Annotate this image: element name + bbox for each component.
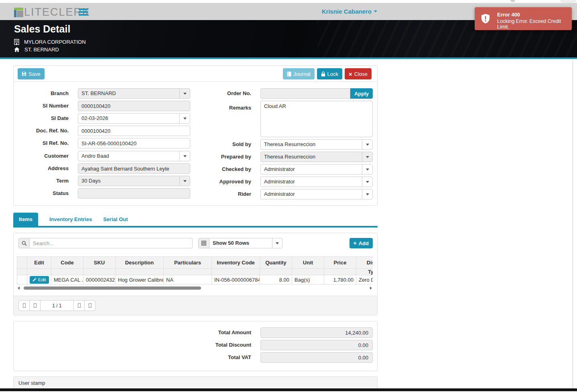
doc-ref-input[interactable] bbox=[78, 126, 190, 136]
last-page-icon bbox=[89, 303, 91, 308]
rider-select[interactable]: Administrator bbox=[260, 189, 373, 199]
table-icon-addon bbox=[198, 238, 209, 248]
total-amount-label: Total Amount bbox=[200, 329, 251, 335]
toast-message: Locking Error. Exceed Credit Limit. bbox=[497, 18, 572, 30]
scrollbar-thumb[interactable] bbox=[24, 286, 201, 290]
pager-first-button[interactable] bbox=[18, 300, 30, 311]
col-handle bbox=[17, 257, 27, 269]
customer-value: Andro Baad bbox=[81, 151, 187, 161]
checked-by-value: Administrator bbox=[264, 165, 369, 174]
tab-items[interactable]: Items bbox=[13, 213, 38, 226]
prev-page-icon bbox=[34, 303, 37, 308]
error-toast[interactable]: Error 400 Locking Error. Exceed Credit L… bbox=[475, 7, 572, 30]
total-amount-field bbox=[260, 327, 373, 338]
detail-tabs: Items Inventory Entries Serial Out bbox=[13, 213, 128, 226]
lock-icon bbox=[321, 71, 325, 77]
rider-value: Administrator bbox=[264, 189, 369, 199]
page-size-group: Show 50 Rows bbox=[198, 238, 282, 248]
chevron-down-icon[interactable] bbox=[362, 140, 372, 149]
apply-button[interactable]: Apply bbox=[350, 88, 373, 99]
chevron-down-icon[interactable] bbox=[362, 165, 372, 174]
col-price: Price bbox=[324, 257, 356, 269]
logo-icon bbox=[14, 8, 23, 17]
si-ref-label: SI Ref. No. bbox=[18, 140, 69, 146]
table-icon bbox=[201, 241, 206, 246]
total-discount-field bbox=[260, 340, 373, 350]
order-no-label: Order No. bbox=[200, 90, 251, 96]
customer-select[interactable]: Andro Baad bbox=[78, 151, 190, 161]
total-vat-field bbox=[260, 352, 373, 363]
chevron-down-icon[interactable] bbox=[179, 114, 190, 123]
col-quantity: Quantity bbox=[260, 257, 292, 269]
col-edit: Edit bbox=[27, 257, 51, 269]
pager-last-button[interactable] bbox=[84, 300, 95, 311]
remarks-label: Remarks bbox=[200, 105, 251, 111]
si-number-input bbox=[78, 101, 190, 111]
chevron-down-icon bbox=[362, 152, 372, 162]
browser-tab-edge bbox=[560, 0, 576, 3]
row-edit-cell: Edit bbox=[27, 275, 51, 284]
chevron-down-icon[interactable] bbox=[362, 189, 372, 199]
pager-next-button[interactable] bbox=[73, 300, 85, 311]
address-label: Address bbox=[18, 165, 69, 171]
search-addon bbox=[18, 238, 30, 248]
next-page-icon bbox=[78, 303, 81, 308]
si-ref-input[interactable] bbox=[78, 138, 190, 148]
prepared-by-select: Theresa Resurreccion bbox=[260, 152, 373, 162]
items-grid-panel: Show 50 Rows + Add Edit Code SKU bbox=[13, 233, 378, 315]
chevron-down-icon[interactable] bbox=[179, 176, 190, 186]
branch-value: ST. BERNARD bbox=[81, 89, 187, 98]
col-particulars: Particulars bbox=[164, 257, 212, 269]
checked-by-label: Checked by bbox=[200, 166, 251, 172]
journal-icon bbox=[287, 71, 291, 77]
pager-prev-button[interactable] bbox=[29, 300, 41, 311]
chevron-down-icon[interactable] bbox=[179, 151, 190, 161]
search-input[interactable] bbox=[30, 238, 193, 248]
tab-inventory-entries[interactable]: Inventory Entries bbox=[49, 216, 92, 222]
chevron-down-icon[interactable] bbox=[362, 177, 372, 187]
close-button[interactable]: × Close bbox=[345, 68, 372, 79]
status-input bbox=[78, 188, 190, 199]
edit-button[interactable]: Edit bbox=[30, 276, 49, 284]
sold-by-select[interactable]: Theresa Resurreccion bbox=[260, 139, 373, 150]
page-size-select[interactable]: Show 50 Rows bbox=[209, 238, 272, 248]
approved-by-select[interactable]: Administrator bbox=[260, 177, 373, 187]
address-input bbox=[78, 163, 190, 174]
pager: 1 / 1 bbox=[18, 300, 95, 311]
journal-button[interactable]: Journal bbox=[283, 68, 315, 79]
order-no-input[interactable] bbox=[260, 88, 350, 99]
user-menu[interactable]: Krisnie Cabanero bbox=[322, 8, 377, 15]
lock-button[interactable]: Lock bbox=[317, 68, 342, 79]
tab-serial-out[interactable]: Serial Out bbox=[103, 216, 128, 222]
col-code: Code bbox=[51, 257, 83, 269]
close-icon: × bbox=[349, 71, 352, 77]
search-icon bbox=[22, 241, 27, 246]
scroll-left-arrow[interactable] bbox=[18, 286, 20, 290]
col-discount-type: Typ bbox=[356, 269, 373, 275]
checked-by-select[interactable]: Administrator bbox=[260, 164, 373, 175]
branch-label: Branch bbox=[18, 90, 69, 96]
add-button[interactable]: + Add bbox=[349, 238, 373, 248]
cell-particulars: NA bbox=[164, 275, 212, 284]
chevron-down-icon[interactable] bbox=[179, 89, 190, 98]
first-page-icon bbox=[23, 303, 26, 308]
chevron-down-icon[interactable] bbox=[272, 238, 282, 248]
building-icon bbox=[14, 39, 19, 45]
chevron-down-icon bbox=[374, 10, 377, 12]
si-number-label: SI Number bbox=[18, 103, 69, 109]
approved-by-value: Administrator bbox=[264, 177, 369, 187]
lock-label: Lock bbox=[327, 71, 338, 77]
tab-underline bbox=[13, 226, 378, 227]
cell-quantity: 8.00 bbox=[260, 275, 292, 284]
menu-icon[interactable] bbox=[79, 8, 88, 17]
horizontal-scrollbar[interactable] bbox=[17, 286, 373, 290]
branch-select[interactable]: ST. BERNARD bbox=[78, 88, 190, 99]
customer-label: Customer bbox=[18, 153, 69, 159]
scroll-right-arrow[interactable] bbox=[370, 286, 372, 290]
term-select[interactable]: 30 Days bbox=[78, 176, 190, 186]
si-date-select[interactable]: 02-03-2026 bbox=[78, 113, 190, 124]
total-vat-label: Total VAT bbox=[200, 354, 251, 360]
prepared-by-value: Theresa Resurreccion bbox=[264, 152, 369, 162]
save-button[interactable]: Save bbox=[18, 68, 45, 79]
user-stamp-panel: User stamp bbox=[13, 376, 378, 389]
